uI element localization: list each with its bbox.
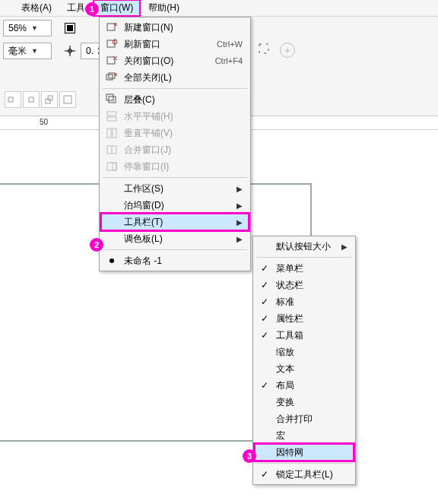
callout-3: 3 <box>243 449 256 463</box>
svg-rect-3 <box>8 97 13 102</box>
mi-default-btn-size[interactable]: 默认按钮大小 ▶ <box>255 238 354 255</box>
mi-palette[interactable]: 调色板(L) ▶ <box>101 230 249 247</box>
svg-rect-20 <box>107 163 116 170</box>
tile-h-icon <box>104 109 119 123</box>
check-icon <box>258 295 271 309</box>
callout-1: 1 <box>85 2 99 16</box>
svg-rect-13 <box>106 94 113 100</box>
fullscreen-icon[interactable] <box>62 21 78 36</box>
mi-text[interactable]: 文本 <box>255 360 354 377</box>
menu-tables[interactable]: 表格(A) <box>14 0 59 17</box>
mi-refresh-window[interactable]: 刷新窗口 Ctrl+W <box>101 36 249 52</box>
mi-cascade[interactable]: 层叠(C) <box>101 91 249 108</box>
svg-rect-18 <box>113 128 116 138</box>
window-menu: 新建窗口(N) 刷新窗口 Ctrl+W 关闭窗口(O) Ctrl+F4 全部关闭… <box>99 17 251 271</box>
mi-dockers[interactable]: 泊坞窗(D) ▶ <box>101 197 249 214</box>
svg-rect-1 <box>67 25 73 31</box>
mi-transform[interactable]: 变换 <box>255 394 354 410</box>
mi-zoom[interactable]: 缩放 <box>255 344 354 360</box>
align-btn-4[interactable] <box>59 91 76 108</box>
svg-rect-15 <box>107 112 116 116</box>
menu-window[interactable]: 窗口(W) <box>93 0 141 17</box>
mi-menubar[interactable]: 菜单栏 <box>255 260 354 277</box>
mi-standard[interactable]: 标准 <box>255 293 354 310</box>
close-window-icon <box>104 54 119 68</box>
svg-rect-8 <box>107 24 115 30</box>
mi-layout[interactable]: 布局 <box>255 377 354 394</box>
align-btn-3[interactable] <box>41 91 58 108</box>
zoom-combo[interactable]: 56% ▼ <box>3 20 52 36</box>
check-icon <box>258 379 271 392</box>
separator <box>103 177 247 178</box>
ruler-tick: 50 <box>40 118 48 126</box>
mi-toolbars[interactable]: 工具栏(T) ▶ <box>101 214 249 230</box>
unit-combo[interactable]: 毫米 ▼ <box>3 43 52 59</box>
mi-lock-toolbars[interactable]: 锁定工具栏(L) <box>255 466 354 483</box>
tile-v-icon <box>104 126 119 140</box>
submenu-arrow-icon: ▶ <box>235 218 243 227</box>
submenu-arrow-icon: ▶ <box>235 185 243 193</box>
menu-help[interactable]: 帮助(H) <box>141 0 187 17</box>
svg-rect-21 <box>113 163 116 170</box>
zoom-value: 56% <box>8 23 27 33</box>
menubar: 表格(A) 工具 窗口(W) 帮助(H) <box>0 0 438 17</box>
svg-rect-17 <box>107 128 111 138</box>
bullet-icon <box>104 254 119 268</box>
check-icon <box>258 328 271 342</box>
mi-workspace[interactable]: 工作区(S) ▶ <box>101 180 249 197</box>
mi-dock-window: 停靠窗口(I) <box>101 158 249 175</box>
check-icon <box>258 312 271 325</box>
add-button[interactable]: + <box>280 43 295 58</box>
mi-close-window[interactable]: 关闭窗口(O) Ctrl+F4 <box>101 52 249 69</box>
toolbar-extra: + <box>257 42 295 58</box>
svg-rect-22 <box>259 44 268 53</box>
separator <box>103 88 247 89</box>
mi-statusbar[interactable]: 状态栏 <box>255 277 354 293</box>
submenu-arrow-icon: ▶ <box>235 235 243 243</box>
check-icon <box>258 468 271 481</box>
mi-propbar[interactable]: 属性栏 <box>255 310 354 327</box>
mi-macro[interactable]: 宏 <box>255 427 354 444</box>
mi-tile-horizontal: 水平平铺(H) <box>101 108 249 125</box>
svg-rect-11 <box>106 74 113 80</box>
close-all-icon <box>104 71 119 84</box>
dock-window-icon <box>104 160 119 173</box>
chevron-down-icon: ▼ <box>31 47 38 55</box>
cascade-icon <box>104 93 119 106</box>
svg-rect-14 <box>109 97 116 103</box>
chevron-down-icon: ▼ <box>31 24 38 32</box>
mi-close-all[interactable]: 全部关闭(L) <box>101 69 249 86</box>
submenu-arrow-icon: ▶ <box>340 242 348 251</box>
svg-rect-16 <box>107 117 116 121</box>
submenu-arrow-icon: ▶ <box>235 201 243 210</box>
merge-window-icon <box>104 143 119 157</box>
mi-doc-untitled[interactable]: 未命名 -1 <box>101 252 249 269</box>
refresh-window-icon <box>104 37 119 51</box>
mi-merge-window: 合并窗口(J) <box>101 141 249 158</box>
separator <box>256 257 352 258</box>
svg-rect-7 <box>64 96 71 103</box>
unit-value: 毫米 <box>8 45 27 58</box>
mi-merge-print[interactable]: 合并打印 <box>255 410 354 427</box>
check-icon <box>258 278 271 292</box>
toolbars-submenu: 默认按钮大小 ▶ 菜单栏 状态栏 标准 属性栏 工具箱 缩放 文本 布局 变换 … <box>252 236 356 485</box>
svg-rect-10 <box>107 57 115 64</box>
cropmarks-icon[interactable] <box>257 42 271 58</box>
mi-toolbox[interactable]: 工具箱 <box>255 327 354 344</box>
new-window-icon <box>104 21 119 34</box>
mi-new-window[interactable]: 新建窗口(N) <box>101 19 249 36</box>
origin-icon[interactable] <box>62 43 78 59</box>
align-btn-2[interactable] <box>23 91 40 108</box>
align-btn-1[interactable] <box>5 91 21 108</box>
svg-rect-4 <box>29 97 33 102</box>
separator <box>103 249 247 250</box>
callout-2: 2 <box>90 238 103 252</box>
mi-tile-vertical: 垂直平铺(V) <box>101 125 249 141</box>
check-icon <box>258 262 271 275</box>
align-buttons <box>3 91 76 108</box>
mi-internet[interactable]: 因特网 <box>255 444 354 461</box>
separator <box>256 463 352 464</box>
